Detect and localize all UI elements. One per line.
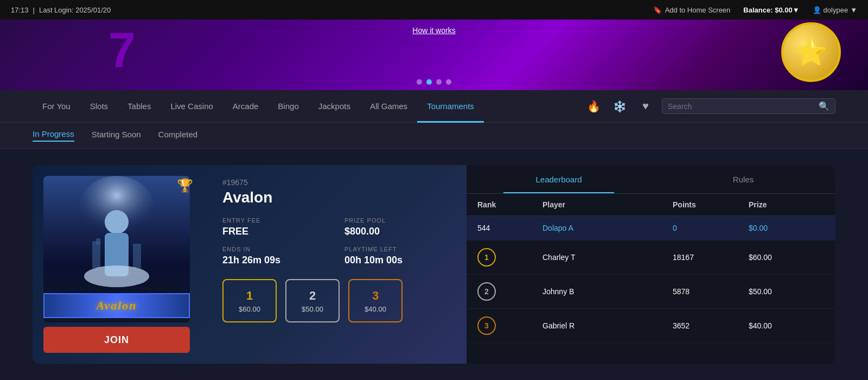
nav-bingo[interactable]: Bingo <box>268 90 308 123</box>
user-player[interactable]: Dolapo A <box>542 224 673 232</box>
lb-tabs: Leaderboard Rules <box>467 165 835 194</box>
tournament-id: #19675 <box>222 178 450 187</box>
rank-badge-2: 2 <box>477 282 542 301</box>
main-content: Avalon 🏆 JOIN #19675 Avalon ENTRY FEE FR… <box>0 149 868 380</box>
rank-badge-3: 3 <box>477 316 542 335</box>
bookmark-icon: 🔖 <box>653 6 662 14</box>
tournament-card: Avalon 🏆 JOIN #19675 Avalon ENTRY FEE FR… <box>33 165 835 364</box>
entry-fee-value: FREE <box>222 226 328 237</box>
search-box[interactable]: 🔍 <box>662 98 835 114</box>
balance-display[interactable]: Balance: $0.00▼ <box>743 6 799 14</box>
prize-amount-2: $50.00 <box>302 305 323 313</box>
prize-rank-2: 2 <box>309 289 316 303</box>
nav-for-you[interactable]: For You <box>33 90 80 123</box>
card-image-section: Avalon 🏆 JOIN <box>33 165 206 364</box>
chevron-down-icon: ▼ <box>850 6 857 14</box>
nav-jackpots[interactable]: Jackpots <box>309 90 360 123</box>
lb-row-1: 1 Charley T 18167 $60.00 <box>467 240 835 275</box>
game-title-text: Avalon <box>43 293 190 318</box>
subnav-in-progress[interactable]: In Progress <box>33 129 74 142</box>
fire-icon[interactable]: 🔥 <box>584 97 603 116</box>
search-icon: 🔍 <box>819 101 829 111</box>
prize-2: $50.00 <box>749 287 825 296</box>
points-2: 5878 <box>673 287 749 296</box>
svg-rect-3 <box>92 241 100 268</box>
rank-badge-1: 1 <box>477 248 542 267</box>
clock: 17:13 <box>11 6 29 14</box>
card-info-section: #19675 Avalon ENTRY FEE FREE PRIZE POOL … <box>206 165 467 364</box>
dot-1[interactable] <box>417 79 422 85</box>
dot-4[interactable] <box>446 79 451 85</box>
player-2: Johnny B <box>542 287 673 296</box>
user-prize: $0.00 <box>749 224 825 232</box>
prize-pos-3: 3 $40.00 <box>348 279 403 322</box>
user-menu[interactable]: 👤 dolypee ▼ <box>813 6 857 14</box>
prize-rank-3: 3 <box>372 289 379 303</box>
prize-amount-3: $40.00 <box>365 305 386 313</box>
ends-in-block: ENDS IN 21h 26m 09s <box>222 246 328 266</box>
playtime-block: PLAYTIME LEFT 00h 10m 00s <box>344 246 450 266</box>
player-1: Charley T <box>542 253 673 262</box>
svg-rect-4 <box>96 238 100 245</box>
banner: 7 How it works ⭐ <box>0 20 868 90</box>
join-button[interactable]: JOIN <box>43 327 190 353</box>
subnav-completed[interactable]: Completed <box>158 130 198 141</box>
main-nav: For You Slots Tables Live Casino Arcade … <box>0 90 868 123</box>
entry-fee-label: ENTRY FEE <box>222 217 328 224</box>
nav-tournaments[interactable]: Tournaments <box>417 90 484 123</box>
prize-positions: 1 $60.00 2 $50.00 3 $40.00 <box>222 279 450 322</box>
lb-row-3: 3 Gabriel R 3652 $40.00 <box>467 309 835 343</box>
col-rank: Rank <box>477 200 542 209</box>
user-rank: 544 <box>477 224 542 232</box>
playtime-value: 00h 10m 00s <box>344 255 450 266</box>
leaderboard-section: Leaderboard Rules Rank Player Points Pri… <box>467 165 835 364</box>
prize-pool-value: $800.00 <box>344 226 450 237</box>
entry-fee-block: ENTRY FEE FREE <box>222 217 328 237</box>
coin-decoration: ⭐ <box>781 22 846 87</box>
playtime-label: PLAYTIME LEFT <box>344 246 450 252</box>
col-points: Points <box>673 200 749 209</box>
add-to-home[interactable]: 🔖 Add to Home Screen <box>653 6 731 14</box>
lb-user-row: 544 Dolapo A 0 $0.00 <box>467 216 835 240</box>
svg-rect-5 <box>133 244 141 268</box>
points-1: 18167 <box>673 253 749 262</box>
nav-slots[interactable]: Slots <box>80 90 118 123</box>
top-bar-left: 17:13 | Last Login: 2025/01/20 <box>11 6 111 14</box>
game-thumbnail: Avalon <box>43 176 190 322</box>
lb-table-header: Rank Player Points Prize <box>467 194 835 216</box>
top-bar: 17:13 | Last Login: 2025/01/20 🔖 Add to … <box>0 0 868 20</box>
ends-in-value: 21h 26m 09s <box>222 255 328 266</box>
svg-point-1 <box>105 210 129 234</box>
prize-3: $40.00 <box>749 321 825 330</box>
tournament-name: Avalon <box>222 189 450 206</box>
nav-all-games[interactable]: All Games <box>360 90 417 123</box>
banner-dots <box>417 79 451 85</box>
card-content: Avalon 🏆 JOIN #19675 Avalon ENTRY FEE FR… <box>33 165 835 364</box>
nav-icons: 🔥 ❄️ ♥ 🔍 <box>584 97 835 116</box>
user-points: 0 <box>673 224 749 232</box>
dot-2[interactable] <box>426 79 432 85</box>
svg-point-6 <box>84 265 149 287</box>
dot-3[interactable] <box>436 79 442 85</box>
last-login: Last Login: 2025/01/20 <box>39 6 111 14</box>
heart-icon[interactable]: ♥ <box>636 97 655 116</box>
separator: | <box>33 6 35 14</box>
prize-pool-label: PRIZE POOL <box>344 217 450 224</box>
tab-leaderboard[interactable]: Leaderboard <box>467 165 651 193</box>
tab-rules[interactable]: Rules <box>651 165 835 193</box>
nav-arcade[interactable]: Arcade <box>223 90 269 123</box>
lb-row-2: 2 Johnny B 5878 $50.00 <box>467 275 835 309</box>
player-3: Gabriel R <box>542 321 673 330</box>
subnav-starting-soon[interactable]: Starting Soon <box>92 130 141 141</box>
snowflake-icon[interactable]: ❄️ <box>610 97 629 116</box>
user-icon: 👤 <box>813 6 821 14</box>
nav-tables[interactable]: Tables <box>118 90 161 123</box>
points-3: 3652 <box>673 321 749 330</box>
character-svg <box>62 176 171 301</box>
sub-nav: In Progress Starting Soon Completed <box>0 123 868 149</box>
search-input[interactable] <box>668 102 814 111</box>
how-it-works-link[interactable]: How it works <box>412 26 455 35</box>
nav-live-casino[interactable]: Live Casino <box>161 90 222 123</box>
prize-1: $60.00 <box>749 253 825 262</box>
prize-pos-1: 1 $60.00 <box>222 279 277 322</box>
